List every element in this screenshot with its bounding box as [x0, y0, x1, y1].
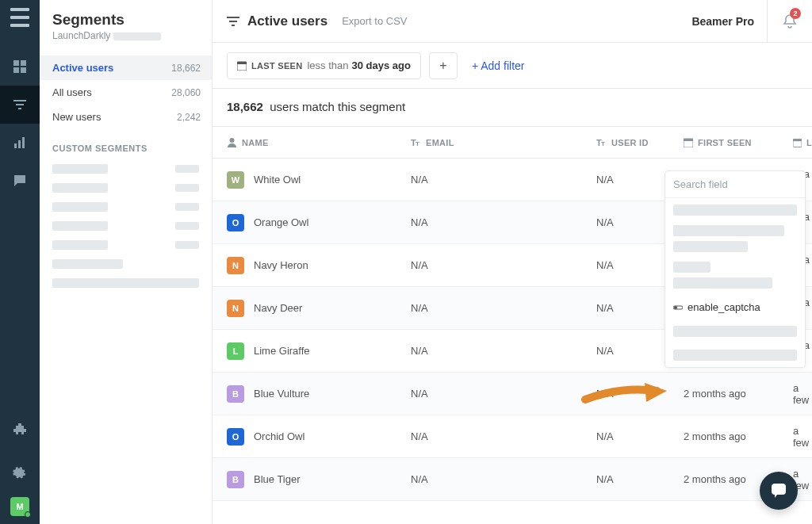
user-avatar: O	[227, 214, 244, 231]
svg-rect-10	[227, 17, 239, 18]
main-panel: Active users Export to CSV Beamer Pro 2 …	[213, 0, 812, 524]
user-avatar: B	[227, 471, 244, 488]
cell-email: N/A	[396, 259, 582, 271]
match-count-bar: 18,662 users match this segment	[213, 89, 812, 127]
nav-rail: M	[0, 0, 40, 524]
cell-email: N/A	[396, 430, 582, 442]
segment-row-new-users[interactable]: New users 2,242	[40, 105, 212, 129]
svg-point-25	[674, 306, 677, 309]
svg-rect-1	[21, 60, 26, 66]
custom-segment-redacted[interactable]	[40, 254, 212, 273]
cell-last-seen: a few	[779, 425, 812, 449]
cell-userid: N/A	[582, 302, 669, 314]
notifications-button[interactable]: 2	[767, 0, 798, 42]
svg-rect-23	[793, 139, 802, 141]
text-icon: TT	[411, 137, 421, 147]
svg-text:T: T	[416, 140, 419, 147]
cell-email: N/A	[396, 473, 582, 485]
table-row[interactable]: BBlue VultureN/AN/A2 months agoa few	[213, 373, 812, 415]
user-name: Orange Owl	[254, 216, 308, 228]
user-name: Orchid Owl	[254, 430, 304, 442]
intercom-launcher[interactable]	[760, 472, 798, 510]
svg-rect-6	[18, 108, 21, 109]
chat-icon	[769, 481, 788, 500]
user-avatar: W	[227, 171, 244, 189]
rail-nav-analytics[interactable]	[0, 124, 40, 162]
custom-segment-redacted[interactable]	[40, 235, 212, 254]
rail-nav-settings[interactable]	[0, 454, 40, 492]
field-option-enable-captcha[interactable]: enable_captcha	[665, 295, 805, 319]
segment-row-active-users[interactable]: Active users 18,662	[40, 55, 212, 80]
user-avatar: B	[227, 385, 244, 403]
calendar-icon	[684, 138, 693, 147]
table-row[interactable]: BBlue TigerN/AN/A2 months agoa few	[213, 458, 812, 501]
cell-email: N/A	[396, 302, 582, 314]
users-table: NAME TT EMAIL TT USER ID FIRST SEEN L WW…	[213, 127, 812, 524]
user-avatar: N	[227, 300, 244, 317]
cell-userid: N/A	[582, 259, 669, 271]
field-option-redacted[interactable]	[665, 343, 805, 367]
user-avatar: O	[227, 428, 244, 446]
svg-rect-3	[21, 67, 26, 73]
custom-segment-redacted[interactable]	[40, 273, 212, 293]
svg-rect-9	[22, 137, 25, 148]
cell-email: N/A	[396, 216, 582, 228]
field-picker-popover: enable_captcha	[665, 170, 806, 368]
match-count: 18,662	[227, 100, 263, 113]
current-segment-name: Active users	[247, 13, 327, 29]
svg-rect-21	[684, 139, 693, 141]
custom-segment-redacted[interactable]	[40, 197, 212, 216]
custom-segments-label: CUSTOM SEGMENTS	[40, 129, 212, 159]
rail-nav-feedback[interactable]	[0, 162, 40, 200]
user-avatar: L	[227, 342, 244, 360]
avatar-initial: M	[16, 502, 23, 511]
cell-userid: N/A	[582, 430, 669, 442]
user-name: Lime Giraffe	[254, 345, 310, 357]
cell-first-seen: 2 months ago	[669, 388, 779, 400]
table-row[interactable]: OOrchid OwlN/AN/A2 months agoa few	[213, 415, 812, 458]
cell-email: N/A	[396, 388, 582, 400]
notification-count: 2	[790, 8, 801, 19]
sidebar-subtitle: LaunchDarkly	[52, 30, 212, 41]
svg-rect-11	[229, 21, 237, 22]
custom-segments-list	[40, 159, 212, 293]
cell-userid: N/A	[582, 345, 669, 357]
user-name: Navy Deer	[254, 302, 302, 314]
rail-nav-dashboard[interactable]	[0, 48, 40, 86]
plan-badge[interactable]: Beamer Pro	[691, 15, 754, 28]
app-logo	[10, 8, 29, 27]
toggle-icon	[673, 303, 683, 312]
svg-rect-8	[18, 140, 21, 148]
redacted	[113, 33, 161, 40]
rail-nav-segments[interactable]	[0, 86, 40, 124]
field-option-redacted[interactable]	[665, 258, 805, 295]
rail-nav-plugins[interactable]	[0, 411, 40, 449]
export-csv-link[interactable]: Export to CSV	[342, 15, 407, 27]
add-filter-link[interactable]: + Add filter	[472, 59, 525, 72]
svg-rect-26	[772, 484, 786, 495]
field-option-redacted[interactable]	[665, 198, 805, 222]
segment-row-all-users[interactable]: All users 28,060	[40, 80, 212, 105]
svg-rect-5	[16, 104, 24, 105]
field-search-input[interactable]	[673, 178, 797, 190]
svg-point-15	[230, 138, 235, 143]
cell-last-seen: a few	[779, 382, 812, 406]
filter-pill-last-seen[interactable]: LAST SEEN less than 30 days ago	[227, 52, 421, 79]
cell-userid: N/A	[582, 174, 669, 186]
cell-userid: N/A	[582, 388, 669, 400]
rail-user-avatar[interactable]: M	[10, 497, 29, 516]
sidebar-title: Segments	[52, 11, 212, 29]
user-name: Blue Tiger	[254, 473, 301, 485]
custom-segment-redacted[interactable]	[40, 216, 212, 235]
user-avatar: N	[227, 257, 244, 274]
svg-rect-0	[13, 60, 19, 66]
topbar: Active users Export to CSV Beamer Pro 2	[213, 0, 812, 43]
field-option-redacted[interactable]	[665, 222, 805, 258]
add-filter-plus-button[interactable]: +	[429, 52, 458, 79]
svg-rect-12	[232, 25, 235, 26]
user-name: Navy Heron	[254, 259, 308, 271]
custom-segment-redacted[interactable]	[40, 178, 212, 197]
custom-segment-redacted[interactable]	[40, 159, 212, 178]
person-icon	[227, 137, 237, 147]
field-option-redacted[interactable]	[665, 319, 805, 343]
